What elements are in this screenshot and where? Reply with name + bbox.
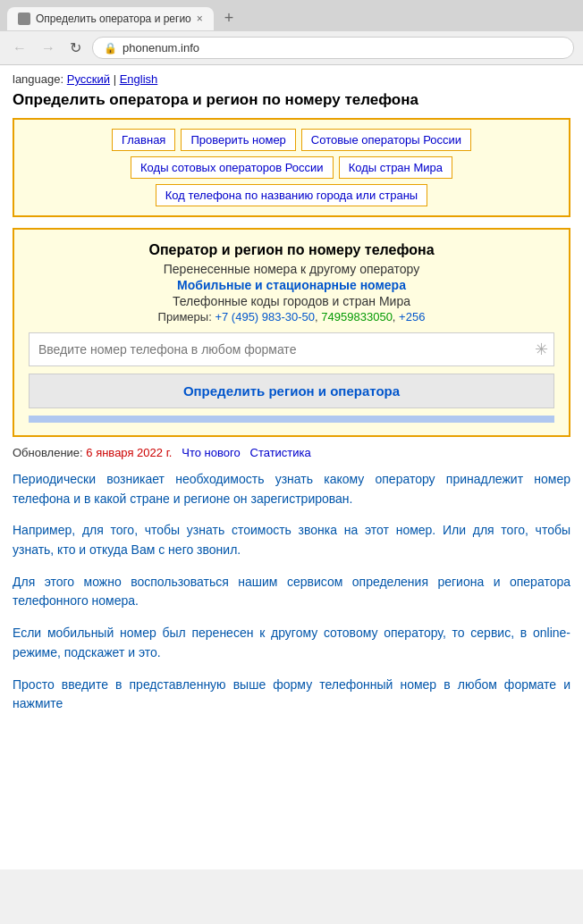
nav-link-city-code[interactable]: Код телефона по названию города или стра…: [156, 184, 427, 206]
address-bar[interactable]: 🔒 phonenum.info: [92, 37, 574, 59]
paragraph-2: Например, для того, чтобы узнать стоимос…: [13, 521, 570, 559]
examples-row: Примеры: +7 (495) 983-30-50, 74959833050…: [29, 310, 554, 323]
paragraph-4: Если мобильный номер был перенесен к дру…: [13, 624, 570, 662]
search-button[interactable]: Определить регион и оператора: [29, 374, 554, 408]
whats-new-link[interactable]: Что нового: [182, 446, 240, 459]
language-russian[interactable]: Русский: [67, 72, 110, 86]
language-english[interactable]: English: [120, 72, 158, 86]
browser-tab[interactable]: Определить оператора и регио ×: [7, 7, 214, 30]
example-3[interactable]: +256: [399, 310, 425, 323]
language-bar: language: Русский | English: [13, 72, 570, 86]
nav-row-3: Код телефона по названию города или стра…: [156, 184, 427, 206]
back-button[interactable]: ←: [9, 38, 30, 58]
example-2[interactable]: 74959833050: [321, 310, 393, 323]
search-widget-sub2: Мобильные и стационарные номера: [29, 278, 554, 292]
page-content: language: Русский | English Определить о…: [0, 65, 583, 869]
nav-link-check-number[interactable]: Проверить номер: [181, 129, 295, 151]
search-widget: Оператор и регион по номеру телефона Пер…: [13, 228, 570, 437]
paragraph-1: Периодически возникает необходимость узн…: [13, 470, 570, 508]
snowflake-icon: ✳: [535, 340, 548, 359]
phone-input-row: ✳: [29, 332, 554, 366]
navigation-bar: ← → ↻ 🔒 phonenum.info: [0, 31, 583, 65]
refresh-button[interactable]: ↻: [66, 38, 85, 58]
nav-link-country-codes[interactable]: Коды стран Мира: [339, 156, 452, 179]
update-bar: Обновление: 6 января 2022 г. Что нового …: [13, 446, 570, 459]
update-date: 6 января 2022 г.: [86, 446, 172, 459]
search-widget-sub3: Телефонные коды городов и стран Мира: [29, 294, 554, 308]
progress-bar: [29, 416, 554, 423]
nav-link-home[interactable]: Главная: [112, 129, 175, 151]
address-text: phonenum.info: [123, 41, 199, 55]
tab-title: Определить оператора и регио: [36, 13, 191, 25]
update-label: Обновление:: [13, 446, 83, 459]
tab-close-button[interactable]: ×: [197, 13, 203, 25]
navigation-box: Главная Проверить номер Сотовые оператор…: [13, 118, 570, 217]
nav-row-1: Главная Проверить номер Сотовые оператор…: [112, 129, 471, 151]
example-1[interactable]: +7 (495) 983-30-50: [215, 310, 315, 323]
new-tab-button[interactable]: +: [217, 5, 241, 31]
lock-icon: 🔒: [104, 42, 117, 55]
tab-favicon: [18, 13, 30, 25]
nav-link-cellular-operators[interactable]: Сотовые операторы России: [301, 129, 471, 151]
language-label: language:: [13, 72, 63, 86]
statistics-link[interactable]: Статистика: [250, 446, 311, 459]
examples-label: Примеры:: [158, 310, 212, 323]
paragraph-3: Для этого можно воспользоваться нашим се…: [13, 573, 570, 611]
forward-button[interactable]: →: [38, 38, 59, 58]
search-widget-title: Оператор и регион по номеру телефона: [29, 242, 554, 258]
nav-link-operator-codes[interactable]: Коды сотовых операторов России: [131, 156, 334, 179]
paragraph-5: Просто введите в представленную выше фор…: [13, 676, 570, 714]
nav-row-2: Коды сотовых операторов России Коды стра…: [131, 156, 452, 179]
phone-input[interactable]: [35, 335, 535, 364]
page-title: Определить оператора и регион по номеру …: [13, 91, 570, 109]
search-widget-sub1: Перенесенные номера к другому оператору: [29, 262, 554, 276]
language-separator: |: [114, 72, 116, 86]
